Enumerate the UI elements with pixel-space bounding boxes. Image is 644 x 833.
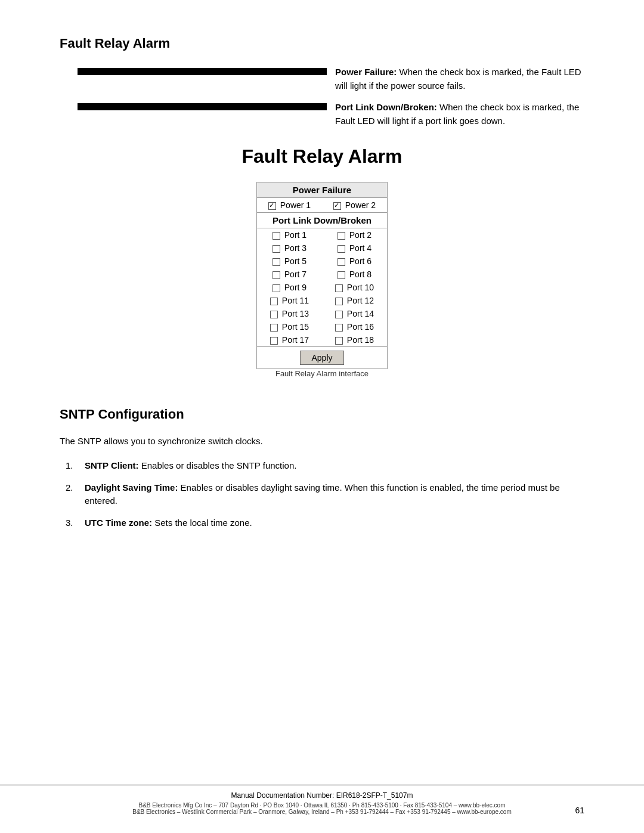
fault-relay-section-title: Fault Relay Alarm bbox=[60, 36, 584, 51]
port9-checkbox[interactable] bbox=[273, 284, 280, 292]
port-8-cell: Port 8 bbox=[322, 268, 388, 281]
port6-checkbox[interactable] bbox=[338, 258, 345, 266]
port-1-cell: Port 1 bbox=[257, 228, 323, 242]
alarm-table-wrapper: Power Failure Power 1 Power 2 Port Link … bbox=[60, 182, 584, 400]
port18-checkbox[interactable] bbox=[335, 337, 343, 345]
footer-sub1-text: B&B Electronics Mfg Co Inc – 707 Dayton … bbox=[0, 802, 644, 809]
port15-checkbox[interactable] bbox=[270, 324, 278, 332]
port-7-cell: Port 7 bbox=[257, 268, 323, 281]
alarm-table: Power Failure Power 1 Power 2 Port Link … bbox=[256, 182, 388, 369]
sntp-item-2: 2. Daylight Saving Time: Enables or disa… bbox=[66, 481, 584, 508]
port-row-15-16: Port 15 Port 16 bbox=[257, 320, 388, 333]
power-failure-header-row: Power Failure bbox=[257, 182, 388, 198]
port-row-1-2: Port 1 Port 2 bbox=[257, 228, 388, 242]
apply-cell: Apply bbox=[257, 347, 388, 369]
sntp-num-3: 3. bbox=[66, 516, 78, 530]
bullet-item-power-failure: Power Failure: When the check box is mar… bbox=[78, 66, 584, 92]
port-row-17-18: Port 17 Port 18 bbox=[257, 333, 388, 347]
port-2-cell: Port 2 bbox=[322, 228, 388, 242]
sntp-bold-2: Daylight Saving Time: bbox=[85, 482, 178, 493]
page-container: Fault Relay Alarm Power Failure: When th… bbox=[0, 0, 644, 833]
port-15-cell: Port 15 bbox=[257, 320, 323, 333]
port-13-cell: Port 13 bbox=[257, 307, 323, 320]
power1-cell: Power 1 bbox=[257, 198, 323, 213]
port-row-3-4: Port 3 Port 4 bbox=[257, 241, 388, 255]
sntp-item-1: 1. SNTP Client: Enables or disables the … bbox=[66, 459, 584, 473]
power2-cell: Power 2 bbox=[322, 198, 388, 213]
bullet-text-1: Power Failure: When the check box is mar… bbox=[335, 66, 584, 92]
sntp-num-2: 2. bbox=[66, 481, 78, 495]
port-9-cell: Port 9 bbox=[257, 281, 323, 294]
big-fault-relay-heading: Fault Relay Alarm bbox=[60, 145, 584, 168]
port-row-7-8: Port 7 Port 8 bbox=[257, 268, 388, 281]
sntp-item-3: 3. UTC Time zone: Sets the local time zo… bbox=[66, 516, 584, 530]
port5-checkbox[interactable] bbox=[273, 258, 280, 266]
bullet-square-2 bbox=[78, 103, 327, 110]
fault-relay-bullet-list: Power Failure: When the check box is mar… bbox=[78, 66, 584, 128]
bullet-bold-2: Port Link Down/Broken: bbox=[335, 102, 437, 112]
sntp-body-3: Sets the local time zone. bbox=[152, 518, 252, 528]
port-12-cell: Port 12 bbox=[322, 294, 388, 307]
sntp-section-title: SNTP Configuration bbox=[60, 407, 584, 422]
port10-checkbox[interactable] bbox=[335, 284, 343, 292]
port14-checkbox[interactable] bbox=[335, 311, 343, 318]
page-footer: Manual Documentation Number: EIR618-2SFP… bbox=[0, 785, 644, 815]
power1-label: Power 1 bbox=[280, 200, 311, 210]
port16-checkbox[interactable] bbox=[335, 324, 343, 332]
port-row-5-6: Port 5 Port 6 bbox=[257, 255, 388, 268]
port-link-header-cell: Port Link Down/Broken bbox=[257, 213, 388, 228]
bullet-square-1 bbox=[78, 68, 327, 75]
power2-label: Power 2 bbox=[345, 200, 376, 210]
footer-main-text: Manual Documentation Number: EIR618-2SFP… bbox=[0, 791, 644, 800]
port8-checkbox[interactable] bbox=[338, 271, 345, 279]
apply-button[interactable]: Apply bbox=[300, 351, 343, 365]
port7-checkbox[interactable] bbox=[273, 271, 280, 279]
sntp-bold-3: UTC Time zone: bbox=[85, 518, 152, 528]
page-number: 61 bbox=[575, 806, 584, 815]
power-checkbox-row: Power 1 Power 2 bbox=[257, 198, 388, 213]
bullet-bold-1: Power Failure: bbox=[335, 67, 397, 77]
bullet-item-port-link: Port Link Down/Broken: When the check bo… bbox=[78, 101, 584, 128]
port-3-cell: Port 3 bbox=[257, 241, 323, 255]
port1-checkbox[interactable] bbox=[273, 232, 280, 240]
bullet-text-2: Port Link Down/Broken: When the check bo… bbox=[335, 101, 584, 128]
port-11-cell: Port 11 bbox=[257, 294, 323, 307]
port12-checkbox[interactable] bbox=[335, 298, 343, 305]
sntp-bold-1: SNTP Client: bbox=[85, 460, 139, 470]
footer-sub2-text: B&B Electronics – Westlink Commercial Pa… bbox=[0, 809, 644, 815]
port-4-cell: Port 4 bbox=[322, 241, 388, 255]
port-14-cell: Port 14 bbox=[322, 307, 388, 320]
port-18-cell: Port 18 bbox=[322, 333, 388, 347]
sntp-intro: The SNTP allows you to synchronize switc… bbox=[60, 434, 584, 448]
port-5-cell: Port 5 bbox=[257, 255, 323, 268]
port4-checkbox[interactable] bbox=[338, 245, 345, 253]
port-row-13-14: Port 13 Port 14 bbox=[257, 307, 388, 320]
apply-button-row: Apply bbox=[257, 347, 388, 369]
power1-checkbox[interactable] bbox=[268, 202, 276, 210]
port-link-header-row: Port Link Down/Broken bbox=[257, 213, 388, 228]
port17-checkbox[interactable] bbox=[270, 337, 278, 345]
sntp-text-1: SNTP Client: Enables or disables the SNT… bbox=[85, 459, 296, 473]
port-16-cell: Port 16 bbox=[322, 320, 388, 333]
sntp-numbered-list: 1. SNTP Client: Enables or disables the … bbox=[66, 459, 584, 529]
port3-checkbox[interactable] bbox=[273, 245, 280, 253]
port11-checkbox[interactable] bbox=[270, 298, 278, 305]
port-row-11-12: Port 11 Port 12 bbox=[257, 294, 388, 307]
port13-checkbox[interactable] bbox=[270, 311, 278, 318]
port-row-9-10: Port 9 Port 10 bbox=[257, 281, 388, 294]
table-caption: Fault Relay Alarm interface bbox=[275, 369, 369, 378]
port-17-cell: Port 17 bbox=[257, 333, 323, 347]
port-10-cell: Port 10 bbox=[322, 281, 388, 294]
port2-checkbox[interactable] bbox=[338, 232, 345, 240]
sntp-num-1: 1. bbox=[66, 459, 78, 473]
power-failure-header-cell: Power Failure bbox=[257, 182, 388, 198]
sntp-text-3: UTC Time zone: Sets the local time zone. bbox=[85, 516, 252, 530]
sntp-text-2: Daylight Saving Time: Enables or disable… bbox=[85, 481, 584, 508]
power2-checkbox[interactable] bbox=[333, 202, 341, 210]
port-6-cell: Port 6 bbox=[322, 255, 388, 268]
sntp-body-1: Enables or disables the SNTP function. bbox=[139, 460, 297, 470]
